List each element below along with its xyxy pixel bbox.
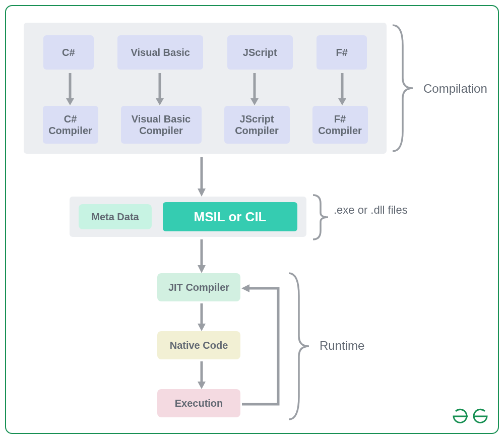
runtime-label: Runtime [320, 339, 364, 353]
svg-marker-15 [198, 382, 206, 389]
compilation-label: Compilation [423, 82, 487, 96]
jit-box: JIT Compiler [157, 273, 240, 301]
svg-marker-5 [250, 98, 259, 105]
svg-marker-7 [338, 98, 346, 105]
compilation-group: C# Visual Basic JScript F# C# Compiler V… [24, 23, 387, 154]
il-brace [310, 193, 336, 244]
metadata-box: Meta Data [79, 204, 152, 229]
runtime-brace [286, 271, 317, 424]
il-label: .exe or .dll files [334, 204, 408, 217]
svg-marker-11 [198, 265, 206, 273]
diagram-frame: C# Visual Basic JScript F# C# Compiler V… [5, 5, 499, 434]
compilation-brace [390, 23, 420, 156]
geeksforgeeks-logo [452, 408, 489, 427]
msil-box: MSIL or CIL [163, 202, 297, 231]
svg-marker-13 [198, 324, 206, 331]
execution-box: Execution [157, 389, 240, 417]
svg-marker-16 [241, 284, 249, 292]
il-group: Meta Data MSIL or CIL [70, 197, 306, 237]
native-box: Native Code [157, 331, 240, 359]
svg-marker-1 [66, 98, 74, 105]
svg-marker-3 [156, 98, 164, 105]
svg-marker-9 [198, 189, 206, 197]
lang-to-compiler-arrows [24, 23, 387, 154]
